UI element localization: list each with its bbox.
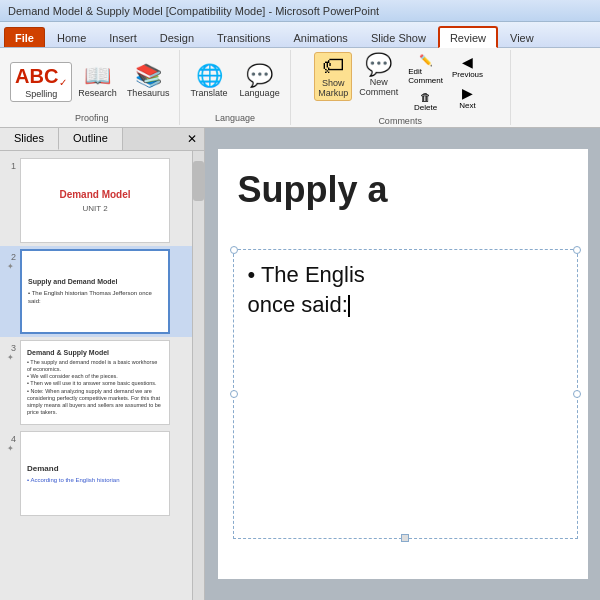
slide-icon-col: 1 xyxy=(4,158,16,171)
spelling-button[interactable]: ABC ✓ Spelling xyxy=(10,62,72,102)
resize-handle-ml[interactable] xyxy=(230,390,238,398)
translate-icon: 🌐 xyxy=(196,65,223,87)
show-markup-button[interactable]: 🏷 ShowMarkup xyxy=(314,52,352,101)
proofing-group-label: Proofing xyxy=(75,113,109,123)
slide-main-title: Supply a xyxy=(238,169,388,211)
text-cursor xyxy=(348,295,350,317)
language-button[interactable]: 💬 Language xyxy=(236,63,284,100)
check-icon: ✓ xyxy=(59,77,67,88)
resize-handle-tl[interactable] xyxy=(230,246,238,254)
delete-label: Delete xyxy=(414,103,437,112)
resize-handle-mr[interactable] xyxy=(573,390,581,398)
previous-icon: ◀ xyxy=(462,54,473,70)
ribbon-tab-bar: File Home Insert Design Transitions Anim… xyxy=(0,22,600,48)
new-comment-icon: 💬 xyxy=(365,54,392,76)
slide-number: 2 xyxy=(4,252,16,262)
text-box[interactable]: The Englis once said: xyxy=(233,249,578,539)
resize-handle-tr[interactable] xyxy=(573,246,581,254)
list-item[interactable]: 2 ✦ Supply and Demand Model • The Englis… xyxy=(0,246,192,337)
list-item[interactable]: 4 ✦ Demand • According to the English hi… xyxy=(0,428,192,519)
slide-icon-col: 3 ✦ xyxy=(4,340,16,362)
tab-animations[interactable]: Animations xyxy=(282,27,358,47)
close-panel-button[interactable]: ✕ xyxy=(180,128,204,150)
resize-handle-bm[interactable] xyxy=(401,534,409,542)
spelling-label: Spelling xyxy=(25,89,57,99)
comments-group-label: Comments xyxy=(378,116,422,126)
tab-slides[interactable]: Slides xyxy=(0,128,59,150)
language-label: Language xyxy=(240,88,280,98)
new-comment-button[interactable]: 💬 NewComment xyxy=(355,52,402,99)
list-item[interactable]: 3 ✦ Demand & Supply Model • The supply a… xyxy=(0,337,192,428)
new-comment-label: NewComment xyxy=(359,77,398,97)
slide-number: 4 xyxy=(4,434,16,444)
research-button[interactable]: 📖 Research xyxy=(74,63,121,100)
slide-icon: ✦ xyxy=(7,353,14,362)
thesaurus-label: Thesaurus xyxy=(127,88,170,98)
slide-content-area[interactable]: Supply a The Englis once said: xyxy=(205,128,600,600)
ribbon-group-proofing: ABC ✓ Spelling 📖 Research 📚 Thesaurus Pr… xyxy=(4,50,180,125)
tab-outline[interactable]: Outline xyxy=(59,128,123,150)
tab-insert[interactable]: Insert xyxy=(98,27,148,47)
slide-number: 3 xyxy=(4,343,16,353)
ribbon: ABC ✓ Spelling 📖 Research 📚 Thesaurus Pr… xyxy=(0,48,600,128)
slides-panel: Slides Outline ✕ 1 Demand Model UNIT 2 xyxy=(0,128,205,600)
slide2-title: Supply and Demand Model xyxy=(28,278,117,285)
slides-tab-bar: Slides Outline ✕ xyxy=(0,128,204,151)
ribbon-group-language: 🌐 Translate 💬 Language Language xyxy=(180,50,290,125)
abc-icon: ABC xyxy=(15,65,58,88)
tab-view[interactable]: View xyxy=(499,27,545,47)
slides-scrollbar[interactable] xyxy=(192,151,204,600)
next-icon: ▶ xyxy=(462,85,473,101)
bullet-text-line1: The Englis xyxy=(248,260,563,290)
slide2-text: • The English historian Thomas Jefferson… xyxy=(28,289,162,306)
slide-thumbnail[interactable]: Demand Model UNIT 2 xyxy=(20,158,170,243)
thesaurus-button[interactable]: 📚 Thesaurus xyxy=(123,63,174,100)
previous-button[interactable]: ◀ Previous xyxy=(449,52,486,81)
tab-home[interactable]: Home xyxy=(46,27,97,47)
slide-thumbnail[interactable]: Demand • According to the English histor… xyxy=(20,431,170,516)
tab-transitions[interactable]: Transitions xyxy=(206,27,281,47)
edit-comment-button[interactable]: ✏️ EditComment xyxy=(405,52,446,87)
edit-comment-icon: ✏️ xyxy=(419,54,433,67)
slide-thumbnail[interactable]: Demand & Supply Model • The supply and d… xyxy=(20,340,170,425)
slides-list[interactable]: 1 Demand Model UNIT 2 2 ✦ xyxy=(0,151,192,600)
show-markup-icon: 🏷 xyxy=(322,55,344,77)
slide-thumb-inner: Supply and Demand Model • The English hi… xyxy=(22,251,168,332)
slide1-sub: UNIT 2 xyxy=(82,204,107,213)
tab-review[interactable]: Review xyxy=(438,26,498,48)
delete-icon: 🗑 xyxy=(420,91,431,103)
slide-icon-col: 2 ✦ xyxy=(4,249,16,271)
show-markup-label: ShowMarkup xyxy=(318,78,348,98)
next-button[interactable]: ▶ Next xyxy=(449,83,486,112)
previous-label: Previous xyxy=(452,70,483,79)
slide-number: 1 xyxy=(4,161,16,171)
prev-next-group: ◀ Previous ▶ Next xyxy=(449,52,486,112)
next-label: Next xyxy=(459,101,475,110)
slide-thumb-inner: Demand • According to the English histor… xyxy=(21,432,169,515)
slide-icon-col: 4 ✦ xyxy=(4,431,16,453)
scroll-thumb[interactable] xyxy=(193,161,204,201)
slide3-title: Demand & Supply Model xyxy=(27,349,109,356)
slide-thumbnail[interactable]: Supply and Demand Model • The English hi… xyxy=(20,249,170,334)
tab-file[interactable]: File xyxy=(4,27,45,47)
tab-slideshow[interactable]: Slide Show xyxy=(360,27,437,47)
proofing-buttons: ABC ✓ Spelling 📖 Research 📚 Thesaurus xyxy=(10,52,173,111)
slide-icon: ✦ xyxy=(7,444,14,453)
translate-button[interactable]: 🌐 Translate xyxy=(186,63,231,100)
slide3-text: • The supply and demand model is a basic… xyxy=(27,359,163,416)
delete-button[interactable]: 🗑 Delete xyxy=(405,89,446,114)
edit-delete-group: ✏️ EditComment 🗑 Delete xyxy=(405,52,446,114)
slides-list-container: 1 Demand Model UNIT 2 2 ✦ xyxy=(0,151,204,600)
thesaurus-icon: 📚 xyxy=(135,65,162,87)
list-item[interactable]: 1 Demand Model UNIT 2 xyxy=(0,155,192,246)
ribbon-group-comments: 🏷 ShowMarkup 💬 NewComment ✏️ EditComment… xyxy=(291,50,511,125)
slide-thumb-inner: Demand Model UNIT 2 xyxy=(21,159,169,242)
language-buttons: 🌐 Translate 💬 Language xyxy=(186,52,283,111)
slide4-title: Demand xyxy=(27,464,59,473)
research-icon: 📖 xyxy=(84,65,111,87)
tab-design[interactable]: Design xyxy=(149,27,205,47)
slide-canvas[interactable]: Supply a The Englis once said: xyxy=(218,149,588,579)
slide-star-icon: ✦ xyxy=(7,262,14,271)
comments-buttons: 🏷 ShowMarkup 💬 NewComment ✏️ EditComment… xyxy=(314,52,486,114)
language-icon: 💬 xyxy=(246,65,273,87)
